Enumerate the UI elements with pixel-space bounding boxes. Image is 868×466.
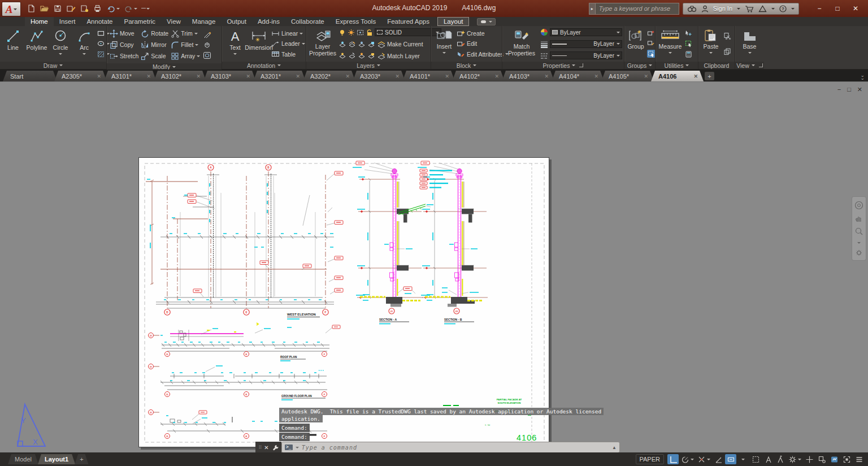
drag-handle-icon[interactable]: ⠿ <box>258 445 261 450</box>
layer-unisolate-icon[interactable] <box>348 41 356 48</box>
application-menu-button[interactable]: A <box>2 2 21 16</box>
workspace-switching-button[interactable] <box>787 454 802 464</box>
tab-manage[interactable]: Manage <box>186 17 222 26</box>
fillet-tool[interactable]: Fillet <box>171 41 200 49</box>
stretch-tool[interactable]: Stretch <box>110 52 138 61</box>
explode-tool[interactable] <box>203 41 211 49</box>
close-icon[interactable]: ✕ <box>196 74 201 79</box>
new-tab-button[interactable]: + <box>705 72 714 80</box>
create-block-tool[interactable]: Create <box>457 30 509 37</box>
navbar-more-icon[interactable] <box>857 242 861 245</box>
layer-on-bulb-icon[interactable] <box>338 29 346 36</box>
chevron-down-icon[interactable] <box>798 459 801 462</box>
leader-dropdown-icon[interactable] <box>302 43 305 46</box>
undo-dropdown-icon[interactable] <box>116 8 120 11</box>
file-tab[interactable]: A2305*✕ <box>54 71 107 81</box>
insert-block-button[interactable]: Insert <box>433 27 455 61</box>
undo-button[interactable] <box>106 4 120 13</box>
dynamic-input-dropdown[interactable] <box>737 454 749 464</box>
array-tool[interactable]: Array <box>171 52 200 61</box>
copy-clip-tool[interactable] <box>723 48 731 55</box>
text-tool[interactable]: AText <box>224 27 246 61</box>
layer-off-icon[interactable] <box>338 52 346 59</box>
paste-dropdown-icon[interactable] <box>709 52 713 55</box>
paste-button[interactable]: Paste <box>700 27 722 61</box>
base-dropdown-icon[interactable] <box>748 52 752 55</box>
zoom-icon[interactable] <box>854 227 863 236</box>
close-icon[interactable]: ✕ <box>544 74 549 79</box>
line-tool[interactable]: Line <box>2 27 24 61</box>
trim-tool[interactable]: Trim <box>171 29 200 38</box>
file-tab-start[interactable]: Start <box>3 71 57 81</box>
layer-unlock-icon[interactable] <box>366 29 373 36</box>
redo-dropdown-icon[interactable] <box>134 8 137 11</box>
object-color-combo[interactable]: ByLayer <box>550 28 622 36</box>
polar-tracking-button[interactable] <box>680 454 695 464</box>
ribbon-options-button[interactable] <box>477 18 496 25</box>
save-to-web-mobile-button[interactable] <box>80 4 89 13</box>
close-icon[interactable]: ✕ <box>395 74 400 79</box>
layer-thaw-icon[interactable] <box>348 52 356 59</box>
file-tab-active[interactable]: A4106✕ <box>651 71 704 81</box>
tab-view[interactable]: View <box>161 17 186 26</box>
customization-button[interactable] <box>853 454 865 464</box>
layer-isolate-icon[interactable] <box>338 41 346 48</box>
customize-qat-button[interactable] <box>141 6 150 11</box>
measure-button[interactable]: Measure <box>657 27 683 61</box>
search-collapse-button[interactable]: ▸ <box>589 3 596 15</box>
model-tab[interactable]: Model <box>8 454 38 464</box>
sign-in-dropdown-icon[interactable] <box>737 8 740 11</box>
selection-cycling-button[interactable] <box>750 454 761 464</box>
layer-viewport-freeze-icon[interactable] <box>357 29 364 36</box>
ortho-mode-button[interactable] <box>713 454 724 464</box>
app-store-cart-icon[interactable] <box>745 5 754 12</box>
panel-label-layers[interactable]: Layers <box>306 62 431 69</box>
offset-tool[interactable] <box>203 51 211 59</box>
scale-tool[interactable]: Scale <box>141 52 168 61</box>
close-icon[interactable]: ✕ <box>246 74 250 79</box>
search-input[interactable] <box>596 3 679 15</box>
cut-clip-tool[interactable] <box>723 32 731 40</box>
expand-history-icon[interactable]: ▲ <box>612 445 617 450</box>
search-binoculars-icon[interactable] <box>687 5 697 12</box>
linetype-combo[interactable]: ByLayer <box>550 51 622 59</box>
annotation-autoscale-button[interactable] <box>775 454 786 464</box>
file-tab[interactable]: A4102*✕ <box>452 71 505 81</box>
edit-attributes-tool[interactable]: Edit Attributes <box>457 51 509 58</box>
panel-label-view[interactable]: View <box>735 62 764 69</box>
layout-paper-sheet[interactable]: A B D E F WEST ELEVATION <box>138 157 549 447</box>
file-tab[interactable]: A3103*✕ <box>203 71 256 81</box>
close-icon[interactable]: ✕ <box>594 74 598 79</box>
pan-hand-icon[interactable] <box>854 214 863 223</box>
graphics-performance-button[interactable] <box>828 454 840 464</box>
quick-select-tool[interactable] <box>685 40 692 47</box>
command-input[interactable]: >_ Type a command ▲ <box>281 442 620 452</box>
help-dropdown-icon[interactable] <box>791 8 795 11</box>
dynamic-input-button[interactable] <box>725 454 736 464</box>
save-as-button[interactable] <box>66 4 76 13</box>
navigation-bar[interactable] <box>852 196 866 261</box>
move-tool[interactable]: Move <box>110 29 138 38</box>
doc-close-button[interactable]: ✕ <box>857 86 862 93</box>
close-command-icon[interactable]: ✕ <box>264 445 268 451</box>
file-tab[interactable]: A3202*✕ <box>303 71 355 81</box>
clean-screen-button[interactable] <box>841 454 852 464</box>
grid-display-button[interactable] <box>667 454 679 464</box>
isolate-objects-button[interactable] <box>816 454 827 464</box>
tab-overflow-button[interactable]: ⌄⌄ <box>860 74 865 80</box>
file-tab[interactable]: A4101*✕ <box>402 71 455 81</box>
autodesk-a360-icon[interactable] <box>758 5 767 12</box>
insert-dropdown-icon[interactable] <box>442 52 446 55</box>
recent-commands-icon[interactable] <box>296 447 299 450</box>
panel-label-clipboard[interactable]: Clipboard <box>698 62 735 69</box>
arc-tool[interactable]: Arc <box>73 27 96 61</box>
file-tab[interactable]: A4103*✕ <box>502 71 554 81</box>
panel-label-draw[interactable]: Draw <box>0 62 106 69</box>
panel-label-utilities[interactable]: Utilities <box>656 62 698 69</box>
file-tab[interactable]: A3203*✕ <box>353 71 405 81</box>
group-button[interactable]: Group <box>626 27 645 61</box>
mirror-tool[interactable]: Mirror <box>141 41 168 49</box>
trim-dropdown-icon[interactable] <box>194 33 198 36</box>
text-dropdown-icon[interactable] <box>233 53 237 57</box>
annotation-visibility-button[interactable] <box>762 454 774 464</box>
